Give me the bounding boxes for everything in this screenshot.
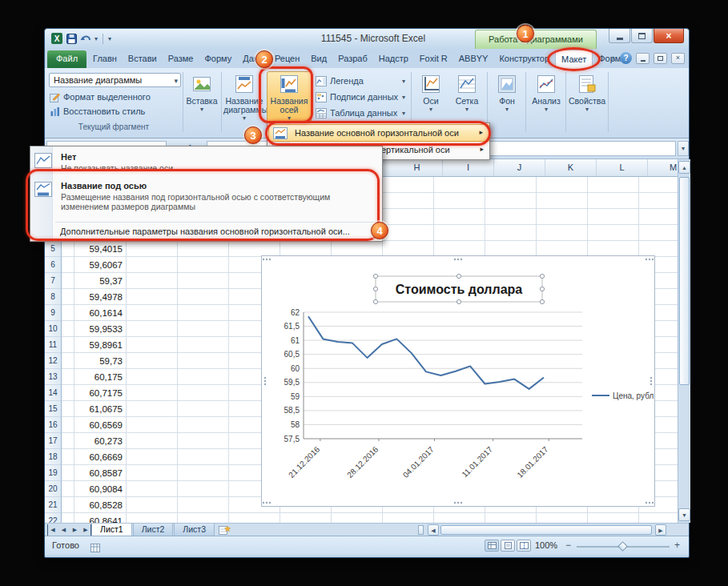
legend-button[interactable]: Легенда ▾ (316, 74, 407, 88)
zoom-out-button[interactable]: − (565, 540, 571, 551)
cell-A22[interactable]: 60,8641 (62, 513, 126, 523)
column-header-M[interactable]: M (648, 159, 678, 176)
column-header-J[interactable]: J (494, 159, 545, 176)
ribbon-tab-7[interactable]: Вид (305, 50, 332, 68)
ribbon-tab-9[interactable]: Надстр (373, 50, 414, 68)
column-header-I[interactable]: I (443, 159, 494, 176)
cell-A17[interactable]: 60,273 (62, 433, 126, 449)
macro-record-icon[interactable] (90, 541, 100, 556)
vertical-scrollbar[interactable]: ▲ ▼ (678, 159, 690, 523)
axes-button[interactable]: Оси ▾ (415, 71, 447, 124)
page-break-view-button[interactable] (517, 540, 531, 552)
cell-A6[interactable]: 59,6067 (62, 257, 126, 273)
cell-A7[interactable]: 59,37 (62, 273, 126, 289)
row-header-15[interactable]: 15 (45, 401, 61, 417)
cell-A5[interactable]: 59,4015 (62, 241, 126, 257)
cell-A18[interactable]: 60,6669 (62, 449, 126, 465)
workbook-minimize-button[interactable] (636, 53, 650, 64)
insert-sheet-icon[interactable] (215, 524, 234, 536)
row-header-10[interactable]: 10 (45, 321, 61, 337)
workbook-close-button[interactable]: × (671, 53, 685, 64)
formula-bar-expand-arrow[interactable]: ▾ (678, 141, 689, 156)
row-header-18[interactable]: 18 (45, 449, 61, 465)
zoom-level[interactable]: 100% (535, 540, 557, 550)
ribbon-tab-12[interactable]: Конструктор (493, 50, 555, 68)
tab-splitter[interactable] (418, 525, 424, 535)
cell-A15[interactable]: 61,0675 (62, 401, 126, 417)
row-header-16[interactable]: 16 (45, 417, 61, 433)
column-header-H[interactable]: H (392, 159, 443, 176)
cell-A11[interactable]: 59,8961 (62, 337, 126, 353)
row-header-5[interactable]: 5 (45, 241, 61, 257)
cell-A14[interactable]: 60,7175 (62, 385, 126, 401)
help-icon[interactable]: ? (620, 52, 632, 64)
data-labels-button[interactable]: Подписи данных ▾ (316, 90, 407, 104)
first-sheet-button[interactable]: ◀ (47, 524, 58, 536)
row-header-9[interactable]: 9 (45, 305, 61, 321)
ribbon-tab-3[interactable]: Разме (163, 50, 199, 68)
sheet-tab-Лист1[interactable]: Лист1 (91, 524, 132, 536)
ribbon-tab-11[interactable]: ABBYY (453, 50, 494, 68)
cell-A19[interactable]: 60,8587 (62, 465, 126, 481)
scroll-left-arrow[interactable]: ◀ (428, 524, 439, 536)
row-header-21[interactable]: 21 (45, 497, 61, 513)
row-header-22[interactable]: 22 (45, 513, 61, 523)
save-icon[interactable] (66, 34, 77, 44)
format-selection-button[interactable]: Формат выделенного (50, 90, 151, 103)
chart-object[interactable]: 6261,56160,56059,55958,55857,521.12.2016… (261, 255, 655, 507)
row-header-19[interactable]: 19 (45, 465, 61, 481)
collapse-ribbon-icon[interactable]: ∧ (610, 54, 616, 62)
undo-icon[interactable] (80, 34, 91, 43)
cell-A10[interactable]: 59,9533 (62, 321, 126, 337)
cell-A9[interactable]: 60,1614 (62, 305, 126, 321)
sheet-tab-Лист3[interactable]: Лист3 (174, 524, 215, 536)
ribbon-tab-10[interactable]: Foxit R (414, 50, 453, 68)
column-header-K[interactable]: K (545, 159, 597, 176)
next-sheet-button[interactable]: ▶ (70, 524, 80, 536)
row-header-14[interactable]: 14 (45, 385, 61, 401)
row-header-6[interactable]: 6 (45, 257, 61, 273)
data-table-button[interactable]: Таблица данных ▾ (316, 106, 407, 120)
vertical-scroll-thumb[interactable] (679, 177, 690, 385)
row-header-11[interactable]: 11 (45, 337, 61, 353)
excel-logo-icon[interactable]: X (50, 32, 63, 45)
row-header-20[interactable]: 20 (45, 481, 61, 497)
scroll-up-arrow[interactable]: ▲ (678, 161, 690, 174)
properties-button[interactable]: Свойства ▾ (569, 71, 605, 124)
reset-style-button[interactable]: Восстановить стиль (50, 105, 145, 118)
axis-titles-button[interactable]: Названия осей ▾ (267, 71, 312, 124)
row-header-13[interactable]: 13 (45, 369, 61, 385)
cell-A16[interactable]: 60,6569 (62, 417, 126, 433)
scroll-down-arrow[interactable]: ▼ (678, 508, 690, 521)
sheet-tab-Лист2[interactable]: Лист2 (133, 524, 174, 536)
chart-elements-dropdown-arrow[interactable]: ▾ (174, 74, 178, 87)
row-header-7[interactable]: 7 (45, 273, 61, 289)
insert-button[interactable]: Вставка ▾ (185, 71, 219, 124)
minimize-button[interactable] (609, 29, 630, 43)
prev-sheet-button[interactable]: ◀ (58, 524, 69, 536)
ribbon-tab-0[interactable]: Файл (47, 50, 86, 68)
gridlines-button[interactable]: Сетка ▾ (450, 71, 484, 124)
submenu-item-none[interactable]: Нет Не показывать название оси (31, 151, 381, 177)
maximize-button[interactable] (631, 29, 653, 43)
menu-item-horizontal-axis-title[interactable]: Название основной горизонтальной оси ▸ (268, 124, 489, 142)
row-header-12[interactable]: 12 (45, 353, 61, 369)
normal-view-button[interactable] (485, 540, 499, 552)
horizontal-scroll-thumb[interactable] (440, 525, 652, 535)
submenu-more-options[interactable]: Дополнительные параметры названия основн… (60, 227, 350, 236)
workbook-restore-button[interactable] (654, 53, 667, 64)
cell-A21[interactable]: 60,8528 (62, 497, 126, 513)
background-button[interactable]: Фон ▾ (491, 71, 523, 124)
cell-A12[interactable]: 59,73 (62, 353, 126, 369)
cell-A20[interactable]: 60,9084 (62, 481, 126, 497)
ribbon-tab-8[interactable]: Разраб (332, 50, 373, 68)
close-button[interactable]: × (654, 29, 684, 43)
row-header-17[interactable]: 17 (45, 433, 61, 449)
qat-customize-arrow[interactable]: ▾ (108, 35, 111, 42)
chart-elements-combo[interactable]: Название диаграммы ▾ (49, 73, 181, 87)
scroll-right-arrow[interactable]: ▶ (655, 524, 666, 536)
ribbon-tab-2[interactable]: Встави (123, 50, 163, 68)
page-layout-view-button[interactable] (501, 540, 515, 552)
ribbon-tab-13[interactable]: Макет (555, 50, 593, 68)
ribbon-tab-4[interactable]: Форму (199, 50, 237, 68)
